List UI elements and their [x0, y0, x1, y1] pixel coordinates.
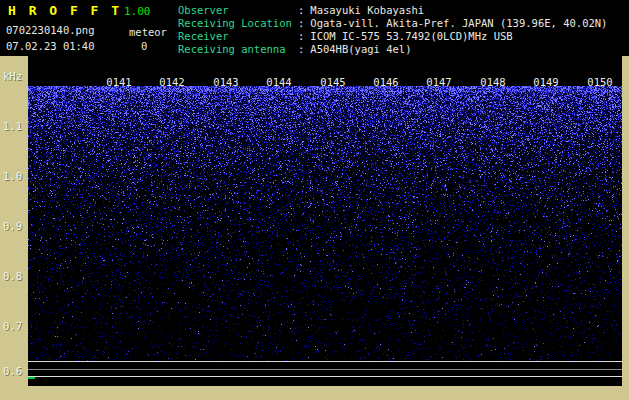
info-label: Receiving antenna	[178, 43, 298, 56]
y-tick: 1.0	[3, 170, 22, 182]
y-tick: 0.6	[3, 365, 22, 377]
info-label: Receiving Location	[178, 17, 298, 30]
level-graph-bottom-line	[28, 376, 622, 377]
y-tick: 1.1	[3, 120, 22, 132]
info-separator: :	[298, 43, 304, 56]
level-graph-top-line	[28, 361, 622, 362]
y-tick: 0.7	[3, 320, 22, 332]
echo-count: 0	[141, 40, 147, 52]
y-axis-unit: kHz	[3, 70, 22, 82]
y-tick: 0.9	[3, 220, 22, 232]
station-info: Observer : Masayuki Kobayashi Receiving …	[178, 4, 607, 56]
info-separator: :	[298, 4, 304, 17]
info-row-observer: Observer : Masayuki Kobayashi	[178, 4, 607, 17]
info-value: A504HB(yagi 4el)	[310, 43, 411, 56]
spectrogram-canvas	[28, 86, 622, 362]
output-filename: 0702230140.png	[6, 24, 95, 36]
header-panel: H R O F F T 1.00 0702230140.png meteor 0…	[0, 0, 629, 56]
spectrogram-panel: 0141 0142 0143 0144 0145 0146 0147 0148 …	[28, 56, 622, 386]
info-value: Ogata-vill. Akita-Pref. JAPAN (139.96E, …	[310, 17, 607, 30]
app-version: 1.00	[124, 5, 151, 18]
level-graph-start-marker	[28, 377, 35, 379]
info-row-receiver: Receiver : ICOM IC-575 53.7492(0LCD)MHz …	[178, 30, 607, 43]
info-label: Observer	[178, 4, 298, 17]
level-graph-trace	[28, 369, 622, 370]
info-separator: :	[298, 30, 304, 43]
app-title: H R O F F T	[8, 3, 122, 18]
frequency-axis: kHz 1.1 1.0 0.9 0.8 0.7 0.6	[0, 56, 28, 386]
info-value: Masayuki Kobayashi	[310, 4, 424, 17]
info-value: ICOM IC-575 53.7492(0LCD)MHz USB	[310, 30, 512, 43]
info-label: Receiver	[178, 30, 298, 43]
observation-datetime: 07.02.23 01:40	[6, 40, 95, 52]
info-row-receiving-location: Receiving Location : Ogata-vill. Akita-P…	[178, 17, 607, 30]
info-row-receiving-antenna: Receiving antenna : A504HB(yagi 4el)	[178, 43, 607, 56]
y-tick: 0.8	[3, 270, 22, 282]
info-separator: :	[298, 17, 304, 30]
observation-mode: meteor	[129, 26, 167, 38]
hrofft-screen: H R O F F T 1.00 0702230140.png meteor 0…	[0, 0, 629, 400]
